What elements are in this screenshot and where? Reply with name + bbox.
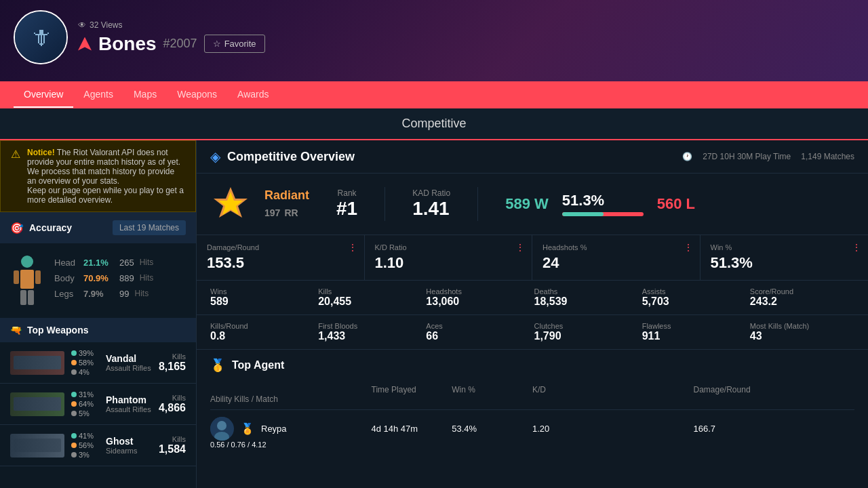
wins-value: 589 W — [505, 195, 549, 213]
notice-bold: Notice! — [27, 148, 55, 157]
body-hits: 889 — [119, 273, 134, 283]
stat-assists: Assists 5,703 — [642, 287, 747, 308]
star-icon: ☆ — [213, 39, 221, 49]
col-winpct: Win % — [452, 385, 532, 394]
weapons-icon: 🔫 — [10, 325, 22, 336]
stat-card-headshots: Headshots % 24 ⋮ — [532, 235, 701, 280]
notice-sub: Keep our page open while you play to get… — [27, 186, 184, 205]
head-label: Head — [54, 258, 78, 268]
phantom-body-pct: 64% — [79, 400, 99, 408]
ghost-kills-value: 1,584 — [159, 443, 186, 455]
diamond-icon: ◈ — [210, 148, 220, 165]
top-agent-columns: Time Played Win % K/D Damage/Round Abili… — [210, 380, 854, 410]
deaths-value: 18,539 — [534, 296, 639, 308]
body-stat-row: Body 70.9% 889 Hits — [54, 273, 186, 283]
stat-first-bloods: First Bloods 1,433 — [318, 322, 422, 342]
win-bar — [562, 212, 644, 216]
header-info: 👁 32 Views Bones #2007 ☆ Favorite — [78, 20, 854, 55]
kad-section: KAD Ratio 1.41 — [412, 188, 450, 220]
headshots-total-label: Headshots — [426, 287, 530, 296]
kills-round-label: Kills/Round — [210, 322, 315, 330]
head-stat-row: Head 21.1% 265 Hits — [54, 258, 186, 268]
stat-flawless: Flawless 911 — [642, 322, 747, 342]
clutches-label: Clutches — [534, 322, 639, 330]
vandal-image — [10, 351, 64, 375]
sidebar: ⚠ Notice! The Riot Valorant API does not… — [0, 140, 197, 488]
stat-kills: Kills 20,455 — [318, 287, 422, 308]
agent-rank-badge: 🏅 — [241, 422, 254, 435]
avatar: 🗡 — [14, 10, 68, 64]
vandal-kills-value: 8,165 — [159, 361, 186, 373]
eye-icon: 👁 — [78, 20, 86, 30]
ghost-head-row: 41% — [71, 432, 99, 440]
nav-agents[interactable]: Agents — [73, 82, 123, 108]
head-dot-icon — [71, 350, 77, 356]
win-bar-fill — [562, 212, 604, 216]
top-agent-title: Top Agent — [232, 359, 284, 371]
head-hits: 265 — [119, 258, 134, 268]
kad-value: 1.41 — [412, 198, 450, 220]
clock-icon: 🕐 — [682, 152, 692, 161]
headshots-total-value: 13,060 — [426, 296, 530, 308]
nav-awards[interactable]: Awards — [227, 82, 279, 108]
weapon-phantom: 31% 64% 5% Phantom Assault Rifles Kills … — [0, 384, 196, 425]
views-row: 👁 32 Views — [78, 20, 854, 30]
win-pct-value: 51.3% — [562, 192, 644, 209]
headshots-menu-button[interactable]: ⋮ — [684, 242, 693, 253]
assists-value: 5,703 — [642, 296, 747, 308]
phantom-legs-pct: 5% — [79, 409, 99, 418]
headshots-value: 24 — [542, 254, 690, 272]
divider-vertical — [384, 187, 385, 221]
win-section: 589 W 51.3% 560 L — [505, 192, 695, 216]
ghost-body-row: 56% — [71, 441, 99, 449]
phantom-info: Phantom Assault Rifles — [106, 394, 152, 413]
legs-dot-icon — [71, 452, 77, 458]
aces-label: Aces — [426, 322, 530, 330]
stats-row-2: Kills/Round 0.8 First Bloods 1,433 Aces … — [197, 315, 868, 349]
body-dot-icon — [71, 443, 77, 448]
rank-icon — [210, 184, 251, 224]
kills-mini-value: 20,455 — [318, 296, 422, 308]
damage-menu-button[interactable]: ⋮ — [348, 242, 357, 253]
ghost-accuracy: 41% 56% 3% — [71, 432, 99, 459]
agent-name: Reypa — [261, 424, 287, 434]
kd-menu-button[interactable]: ⋮ — [515, 242, 525, 253]
rank-rr: 197 RR — [264, 203, 309, 220]
col-kd: K/D — [532, 385, 694, 394]
head-pct: 21.1% — [83, 258, 114, 268]
vandal-accuracy: 39% 58% 4% — [71, 349, 99, 376]
overview-title: Competitive Overview — [227, 150, 355, 164]
nav-maps[interactable]: Maps — [123, 82, 167, 108]
head-hits-label: Hits — [140, 258, 154, 267]
agent-name-cell: 🏅 Reypa — [210, 417, 372, 441]
ghost-info: Ghost Sidearms — [106, 436, 152, 455]
matches-count: 1,149 Matches — [801, 152, 854, 161]
nav-weapons[interactable]: Weapons — [167, 82, 227, 108]
kd-label: K/D Ratio — [375, 243, 522, 251]
stat-score-round: Score/Round 243.2 — [750, 287, 854, 308]
vandal-body-row: 58% — [71, 359, 99, 367]
warning-icon: ⚠ — [11, 148, 20, 205]
username: Bones — [98, 33, 157, 55]
vandal-head-row: 39% — [71, 349, 99, 357]
agent-kd: 1.20 — [532, 424, 694, 434]
phantom-type: Assault Rifles — [106, 405, 152, 413]
stat-kills-round: Kills/Round 0.8 — [210, 322, 315, 342]
score-round-value: 243.2 — [750, 296, 854, 308]
winpct-menu-button[interactable]: ⋮ — [852, 242, 861, 253]
nav-overview[interactable]: Overview — [14, 82, 73, 108]
content-area: ◈ Competitive Overview 🕐 27D 10H 30M Pla… — [197, 140, 868, 488]
accuracy-label: Accuracy — [29, 222, 72, 233]
accuracy-section-header: 🎯 Accuracy Last 19 Matches — [0, 212, 196, 243]
favorite-button[interactable]: ☆ Favorite — [204, 35, 265, 53]
vandal-name: Vandal — [106, 353, 152, 364]
body-dot-icon — [71, 360, 77, 365]
rank-num-val: #1 — [336, 198, 357, 220]
svg-rect-3 — [35, 270, 41, 284]
valorant-icon — [78, 37, 92, 51]
stat-clutches: Clutches 1,790 — [534, 322, 639, 342]
rank-rr-suffix: RR — [284, 207, 298, 218]
phantom-body-row: 64% — [71, 400, 99, 408]
ghost-kills-label: Kills — [159, 435, 186, 443]
weapon-vandal: 39% 58% 4% Vandal Assault Rifles Kills 8… — [0, 342, 196, 384]
